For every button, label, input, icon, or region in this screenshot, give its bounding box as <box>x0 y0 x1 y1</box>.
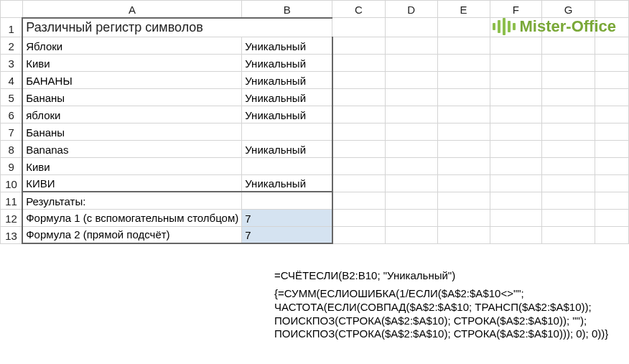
cell-B10[interactable]: Уникальный <box>242 174 332 192</box>
cell-A9[interactable]: Киви <box>22 157 242 174</box>
cell-F1[interactable] <box>490 18 542 37</box>
row-header-13[interactable]: 13 <box>1 226 23 243</box>
cell-B3[interactable]: Уникальный <box>242 54 332 71</box>
cell-B7[interactable] <box>242 123 332 140</box>
cell-A10[interactable]: КИВИ <box>22 174 242 192</box>
cell-H1[interactable] <box>595 18 628 37</box>
cell-A7[interactable]: Бананы <box>22 123 242 140</box>
formula2-text: {=СУММ(ЕСЛИОШИБКА(1/ЕСЛИ($A$2:$A$10<>"";… <box>274 287 626 341</box>
spreadsheet-grid[interactable]: A B C D E F G 1 Различный регистр символ… <box>0 0 629 244</box>
cell-C13[interactable] <box>332 226 385 243</box>
cell-B12[interactable]: 7 <box>242 209 332 226</box>
cell-B13[interactable]: 7 <box>242 226 332 243</box>
cell-B6[interactable]: Уникальный <box>242 106 332 123</box>
cell-D1[interactable] <box>385 18 437 37</box>
col-header-H[interactable] <box>595 1 628 18</box>
row-header-1[interactable]: 1 <box>1 18 23 37</box>
col-header-E[interactable]: E <box>437 1 490 18</box>
cell-B11[interactable] <box>242 192 332 209</box>
col-header-F[interactable]: F <box>490 1 542 18</box>
row-header-4[interactable]: 4 <box>1 71 23 88</box>
cell-A2[interactable]: Яблоки <box>22 37 242 54</box>
col-header-G[interactable]: G <box>542 1 595 18</box>
cell-C1[interactable] <box>332 18 385 37</box>
row-header-10[interactable]: 10 <box>1 174 23 192</box>
row-header-6[interactable]: 6 <box>1 106 23 123</box>
row-header-5[interactable]: 5 <box>1 88 23 106</box>
select-all-corner[interactable] <box>1 1 23 18</box>
cell-A8[interactable]: Bananas <box>22 140 242 157</box>
col-header-D[interactable]: D <box>385 1 437 18</box>
cell-G1[interactable] <box>542 18 595 37</box>
col-header-A[interactable]: A <box>22 1 242 18</box>
cell-A11[interactable]: Результаты: <box>22 192 242 209</box>
col-header-B[interactable]: B <box>242 1 332 18</box>
cell-A12[interactable]: Формула 1 (с вспомогательным столбцом) <box>22 209 242 226</box>
cell-B8[interactable]: Уникальный <box>242 140 332 157</box>
cell-A3[interactable]: Киви <box>22 54 242 71</box>
cell-B4[interactable]: Уникальный <box>242 71 332 88</box>
row-header-7[interactable]: 7 <box>1 123 23 140</box>
formula1-text: =СЧЁТЕСЛИ(B2:B10; "Уникальный") <box>274 269 455 281</box>
cell-A6[interactable]: яблоки <box>22 106 242 123</box>
cell-A13[interactable]: Формула 2 (прямой подсчёт) <box>22 226 242 243</box>
row-header-11[interactable]: 11 <box>1 192 23 209</box>
row-header-12[interactable]: 12 <box>1 209 23 226</box>
cell-A5[interactable]: Бананы <box>22 88 242 106</box>
cell-B9[interactable] <box>242 157 332 174</box>
cell-C2[interactable] <box>332 37 385 54</box>
row-header-9[interactable]: 9 <box>1 157 23 174</box>
cell-A4[interactable]: БАНАНЫ <box>22 71 242 88</box>
row-header-8[interactable]: 8 <box>1 140 23 157</box>
cell-E1[interactable] <box>437 18 490 37</box>
cell-B2[interactable]: Уникальный <box>242 37 332 54</box>
cell-B5[interactable]: Уникальный <box>242 88 332 106</box>
cell-A1[interactable]: Различный регистр символов <box>22 18 332 37</box>
cell-C12[interactable] <box>332 209 385 226</box>
row-header-3[interactable]: 3 <box>1 54 23 71</box>
col-header-C[interactable]: C <box>332 1 385 18</box>
row-header-2[interactable]: 2 <box>1 37 23 54</box>
